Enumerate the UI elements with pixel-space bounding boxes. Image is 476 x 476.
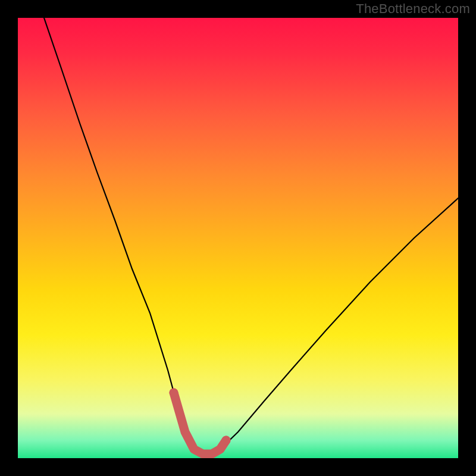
chart-frame: TheBottleneck.com: [0, 0, 476, 476]
curve-layer: [18, 18, 458, 458]
bottleneck-curve: [44, 18, 458, 454]
watermark-text: TheBottleneck.com: [356, 1, 470, 17]
highlight-dot-left: [170, 389, 178, 397]
plot-area: [18, 18, 458, 458]
highlight-segment: [174, 393, 226, 454]
highlight-dot-right: [222, 436, 231, 445]
